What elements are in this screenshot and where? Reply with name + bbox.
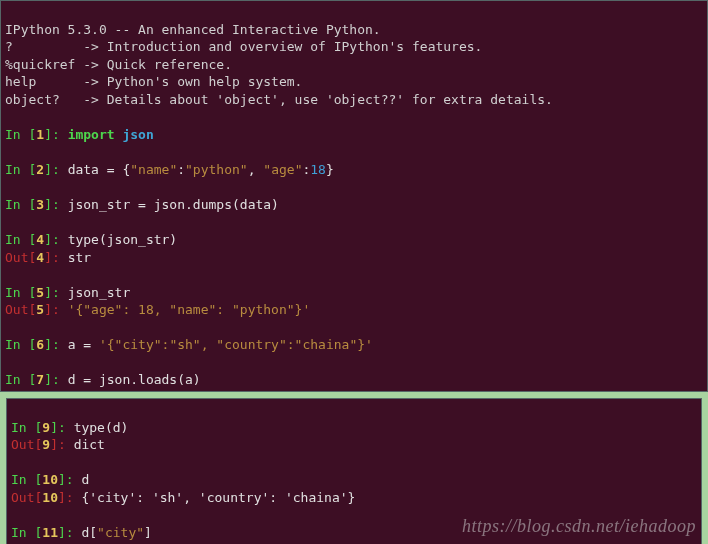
prompt-close: ] <box>44 337 52 352</box>
prompt-colon: : <box>52 162 68 177</box>
prompt-colon: : <box>58 420 74 435</box>
prompt-colon: : <box>52 250 68 265</box>
output: dict <box>74 437 105 452</box>
code: data = { <box>68 162 131 177</box>
prompt-num: 9 <box>42 437 50 452</box>
prompt-close: ] <box>44 302 52 317</box>
output: str <box>68 250 91 265</box>
prompt-num: 6 <box>36 337 44 352</box>
in-prompt: In [ <box>5 127 36 142</box>
header-line: object? -> Details about 'object', use '… <box>5 92 553 107</box>
prompt-close: ] <box>44 372 52 387</box>
code: json_str <box>68 285 131 300</box>
ipython-terminal-2[interactable]: In [9]: type(d) Out[9]: dict In [10]: d … <box>6 398 702 544</box>
out-prompt: Out[ <box>11 490 42 505</box>
prompt-close: ] <box>44 285 52 300</box>
prompt-close: ] <box>58 490 66 505</box>
out-prompt: Out[ <box>5 250 36 265</box>
string: "python" <box>185 162 248 177</box>
ipython-terminal-1[interactable]: IPython 5.3.0 -- An enhanced Interactive… <box>0 0 708 392</box>
prompt-colon: : <box>66 490 82 505</box>
code: a = <box>68 337 99 352</box>
in-prompt: In [ <box>11 472 42 487</box>
prompt-close: ] <box>50 420 58 435</box>
prompt-colon: : <box>66 472 82 487</box>
module-json: json <box>122 127 153 142</box>
prompt-num: 1 <box>36 127 44 142</box>
in-prompt: In [ <box>5 162 36 177</box>
code: ] <box>144 525 152 540</box>
out-prompt: Out[ <box>5 302 36 317</box>
header-line: %quickref -> Quick reference. <box>5 57 232 72</box>
keyword-import: import <box>68 127 115 142</box>
in-prompt: In [ <box>11 525 42 540</box>
in-prompt: In [ <box>5 232 36 247</box>
in-prompt: In [ <box>5 372 36 387</box>
in-prompt: In [ <box>11 420 42 435</box>
in-prompt: In [ <box>5 197 36 212</box>
prompt-num: 10 <box>42 490 58 505</box>
prompt-close: ] <box>44 162 52 177</box>
code: d[ <box>81 525 97 540</box>
header-line: ? -> Introduction and overview of IPytho… <box>5 39 482 54</box>
prompt-close: ] <box>50 437 58 452</box>
code: type(json_str) <box>68 232 178 247</box>
code: type(d) <box>74 420 129 435</box>
in-prompt: In [ <box>5 285 36 300</box>
header-line: IPython 5.3.0 -- An enhanced Interactive… <box>5 22 381 37</box>
prompt-close: ] <box>44 197 52 212</box>
prompt-num: 4 <box>36 250 44 265</box>
prompt-num: 10 <box>42 472 58 487</box>
code: } <box>326 162 334 177</box>
prompt-colon: : <box>52 302 68 317</box>
prompt-close: ] <box>58 472 66 487</box>
code: , <box>248 162 264 177</box>
code: d = json.loads(a) <box>68 372 201 387</box>
prompt-close: ] <box>44 232 52 247</box>
out-prompt: Out[ <box>11 437 42 452</box>
string: "age" <box>263 162 302 177</box>
prompt-colon: : <box>52 197 68 212</box>
code: d <box>81 472 89 487</box>
code: json_str = json.dumps(data) <box>68 197 279 212</box>
prompt-colon: : <box>52 232 68 247</box>
prompt-colon: : <box>58 437 74 452</box>
prompt-num: 3 <box>36 197 44 212</box>
in-prompt: In [ <box>5 337 36 352</box>
prompt-num: 2 <box>36 162 44 177</box>
prompt-num: 5 <box>36 302 44 317</box>
string: "city" <box>97 525 144 540</box>
prompt-colon: : <box>52 372 68 387</box>
output-string: '{"age": 18, "name": "python"}' <box>68 302 311 317</box>
prompt-colon: : <box>52 337 68 352</box>
output: {'city': 'sh', 'country': 'chaina'} <box>81 490 355 505</box>
prompt-colon: : <box>66 525 82 540</box>
header-line: help -> Python's own help system. <box>5 74 302 89</box>
prompt-num: 7 <box>36 372 44 387</box>
prompt-num: 4 <box>36 232 44 247</box>
number: 18 <box>310 162 326 177</box>
prompt-num: 5 <box>36 285 44 300</box>
string: "name" <box>130 162 177 177</box>
string: '{"city":"sh", "country":"chaina"}' <box>99 337 373 352</box>
prompt-colon: : <box>52 127 68 142</box>
prompt-close: ] <box>44 127 52 142</box>
prompt-close: ] <box>44 250 52 265</box>
prompt-num: 9 <box>42 420 50 435</box>
prompt-num: 11 <box>42 525 58 540</box>
prompt-colon: : <box>52 285 68 300</box>
code: : <box>177 162 185 177</box>
prompt-close: ] <box>58 525 66 540</box>
